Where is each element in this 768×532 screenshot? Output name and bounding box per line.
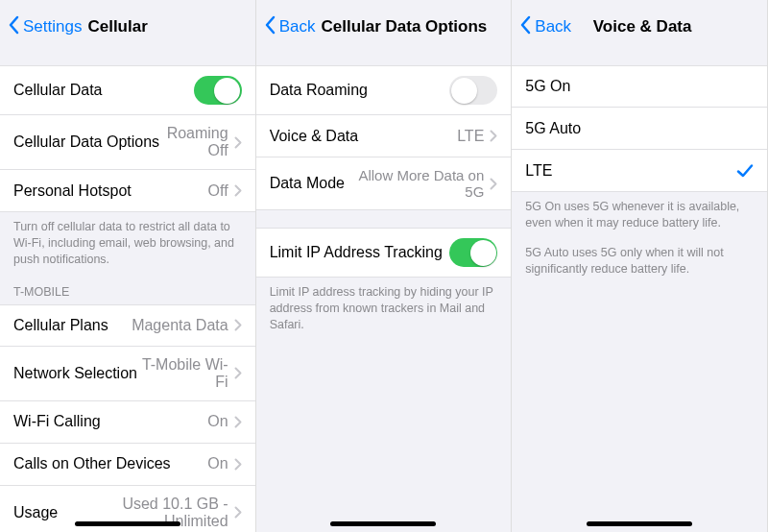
footer-text: 5G On uses 5G whenever it is available, …: [512, 192, 767, 235]
row-detail: Roaming Off: [159, 125, 228, 159]
chevron-left-icon: [264, 15, 279, 39]
row-network-selection[interactable]: Network Selection T-Mobile Wi-Fi: [0, 347, 255, 401]
row-detail: LTE: [457, 128, 484, 145]
row-label: Data Roaming: [270, 82, 368, 99]
row-limit-ip-tracking[interactable]: Limit IP Address Tracking: [256, 228, 512, 278]
row-label: Calls on Other Devices: [13, 455, 171, 472]
row-label: Wi-Fi Calling: [13, 413, 101, 430]
row-label: Limit IP Address Tracking: [270, 244, 443, 261]
row-cellular-data-options[interactable]: Cellular Data Options Roaming Off: [0, 115, 255, 170]
chevron-right-icon: [234, 367, 242, 379]
footer-text: 5G Auto uses 5G only when it will not si…: [512, 235, 767, 281]
row-detail: On: [207, 455, 228, 472]
row-detail: Magenta Data: [132, 317, 228, 334]
row-cellular-plans[interactable]: Cellular Plans Magenta Data: [0, 304, 255, 347]
chevron-right-icon: [234, 319, 242, 331]
cellular-data-toggle[interactable]: [194, 76, 242, 105]
back-label: Back: [279, 17, 316, 36]
page-title: Cellular Data Options: [321, 17, 487, 36]
content-scroll[interactable]: 5G On 5G Auto LTE 5G On uses 5G whenever…: [512, 54, 767, 532]
row-detail: Allow More Data on 5G: [345, 167, 484, 200]
nav-bar: Back Cellular Data Options: [256, 0, 512, 54]
row-calls-other-devices[interactable]: Calls on Other Devices On: [0, 444, 255, 486]
back-button[interactable]: Settings: [8, 15, 82, 39]
row-data-mode[interactable]: Data Mode Allow More Data on 5G: [256, 157, 512, 210]
row-detail: T-Mobile Wi-Fi: [137, 356, 228, 391]
content-scroll[interactable]: Data Roaming Voice & Data LTE Data Mode …: [256, 54, 512, 532]
row-label: Cellular Plans: [13, 317, 108, 334]
section-header: T-MOBILE: [0, 272, 255, 304]
home-indicator[interactable]: [330, 521, 436, 526]
chevron-right-icon: [234, 458, 242, 471]
row-wifi-calling[interactable]: Wi-Fi Calling On: [0, 401, 255, 444]
option-label: LTE: [525, 162, 552, 180]
chevron-right-icon: [234, 184, 242, 197]
chevron-left-icon: [8, 15, 23, 39]
row-label: Cellular Data: [13, 82, 102, 99]
option-lte[interactable]: LTE: [512, 150, 767, 192]
chevron-right-icon: [234, 506, 242, 519]
content-scroll[interactable]: Cellular Data Cellular Data Options Roam…: [0, 54, 255, 532]
row-label: Cellular Data Options: [13, 133, 159, 151]
data-roaming-toggle[interactable]: [449, 76, 497, 105]
chevron-right-icon: [234, 416, 242, 428]
row-label: Voice & Data: [270, 128, 359, 145]
footer-text: Limit IP address tracking by hiding your…: [256, 278, 512, 337]
back-button[interactable]: Back: [264, 15, 316, 39]
chevron-right-icon: [490, 178, 497, 190]
option-5g-on[interactable]: 5G On: [512, 65, 767, 108]
option-5g-auto[interactable]: 5G Auto: [512, 108, 767, 150]
page-title: Cellular: [87, 17, 147, 36]
row-cellular-data[interactable]: Cellular Data: [0, 65, 255, 115]
row-label: Network Selection: [13, 365, 137, 382]
option-label: 5G On: [525, 78, 570, 95]
nav-bar: Settings Cellular: [0, 0, 255, 54]
row-detail: Off: [208, 182, 228, 200]
row-data-roaming[interactable]: Data Roaming: [256, 65, 512, 115]
row-label: Data Mode: [270, 175, 345, 192]
row-voice-data[interactable]: Voice & Data LTE: [256, 115, 512, 157]
row-label: Usage: [13, 504, 58, 521]
screen-cellular-data-options: Back Cellular Data Options Data Roaming …: [256, 0, 513, 532]
back-label: Back: [535, 17, 571, 36]
back-button[interactable]: Back: [519, 15, 571, 39]
footer-text: Turn off cellular data to restrict all d…: [0, 212, 255, 272]
chevron-right-icon: [234, 136, 242, 149]
screen-cellular: Settings Cellular Cellular Data Cellular…: [0, 0, 256, 532]
row-personal-hotspot[interactable]: Personal Hotspot Off: [0, 170, 255, 212]
row-detail: On: [207, 413, 228, 430]
back-label: Settings: [23, 17, 82, 36]
home-indicator[interactable]: [75, 521, 180, 526]
option-label: 5G Auto: [525, 120, 581, 137]
chevron-right-icon: [490, 130, 497, 142]
limit-ip-toggle[interactable]: [449, 238, 497, 267]
home-indicator[interactable]: [587, 521, 692, 526]
row-label: Personal Hotspot: [13, 182, 132, 200]
screen-voice-data: Back Voice & Data 5G On 5G Auto LTE 5G O…: [512, 0, 768, 532]
chevron-left-icon: [519, 15, 535, 39]
checkmark-icon: [736, 162, 754, 180]
nav-bar: Back Voice & Data: [512, 0, 767, 54]
